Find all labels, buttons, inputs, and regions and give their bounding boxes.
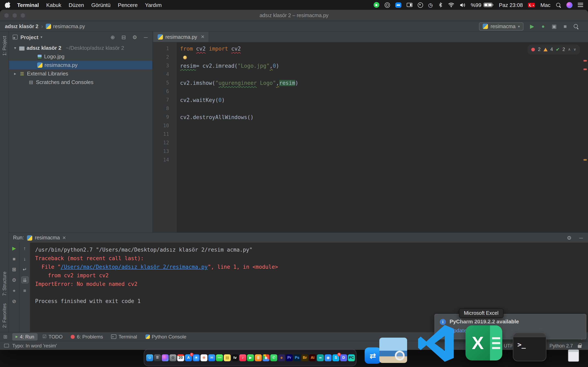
menubar-clock[interactable]: Paz 23:08 [499, 2, 523, 8]
premiere-icon[interactable]: Pr [286, 354, 293, 361]
code-line[interactable]: 10 [153, 122, 582, 130]
messages-icon[interactable]: ⋯ [216, 354, 223, 361]
menu-yardım[interactable]: Yardım [145, 2, 162, 8]
lock-icon[interactable] [578, 345, 581, 348]
active-app-name[interactable]: Terminal [17, 2, 39, 8]
whatsapp-icon[interactable]: ✆ [270, 354, 277, 361]
intention-bulb-icon[interactable] [183, 55, 187, 59]
zoom-window-button[interactable] [20, 13, 25, 18]
settings-icon[interactable]: ⚙ [10, 276, 18, 284]
hide-icon[interactable]: ─ [143, 34, 149, 40]
window-titlebar[interactable]: adsız klasör 2 – resimacma.py [0, 10, 588, 21]
window-split-menu-icon[interactable] [406, 3, 412, 7]
run-tab[interactable]: resimacma ✕ [27, 235, 66, 241]
tab-4-run[interactable]: 4: Run [12, 333, 38, 340]
code-line[interactable]: 7cv2.waitKey(0) [153, 96, 582, 104]
finder-icon[interactable]: ☺ [146, 354, 153, 361]
chat-menu-icon[interactable] [395, 2, 401, 8]
down-icon[interactable]: ↓ [21, 255, 28, 262]
editor-tab-resimacma[interactable]: resimacma.py ✕ [154, 32, 209, 42]
print-icon[interactable]: ≡ [21, 287, 28, 294]
breadcrumb-project[interactable]: adsız klasör 2 [5, 24, 38, 29]
code-line[interactable]: 2 [153, 53, 582, 62]
interpreter-indicator[interactable]: Python 2.7 [549, 343, 573, 349]
tab-terminal[interactable]: Terminal [108, 333, 140, 340]
settings-icon[interactable]: ⚙ [566, 235, 572, 240]
safari-icon[interactable]: ✦ [193, 354, 200, 361]
menu-görüntü[interactable]: Görüntü [91, 2, 111, 8]
tab-6-problems[interactable]: 6: Problems [68, 333, 106, 340]
code-line[interactable]: 4 [153, 70, 582, 79]
search-icon[interactable] [573, 24, 579, 29]
rerun-icon[interactable]: ▶ [10, 245, 18, 252]
system-preferences-icon[interactable]: ⚙ [169, 354, 176, 361]
facetime-icon[interactable]: ▶ [247, 354, 254, 361]
accessibility-menu-icon[interactable] [417, 2, 423, 8]
tool-stripe-7-structure[interactable]: 7: Structure [2, 272, 7, 296]
zoom-icon[interactable]: ◉ [325, 354, 332, 361]
skype-icon[interactable]: S5 [332, 354, 339, 361]
debug-icon[interactable]: ● [540, 24, 546, 29]
chevron-down-icon[interactable]: ∨ [573, 45, 576, 54]
appletv-icon[interactable]: tv [232, 354, 238, 361]
minimize-icon[interactable]: ─ [578, 235, 584, 240]
battery-indicator[interactable]: %99 [471, 2, 494, 8]
code-editor[interactable]: 2 4 ✔ 2 ∧ ∨ 1from cv2 import cv223resim=… [153, 42, 588, 233]
tree-item[interactable]: resimacma.py [9, 61, 152, 69]
time-machine-icon[interactable]: ◷ [428, 2, 433, 8]
bridge-icon[interactable]: Br [301, 354, 308, 361]
volume-icon[interactable] [460, 3, 466, 7]
pin-icon[interactable]: ⌖ [10, 287, 18, 294]
tree-item[interactable]: Logo.jpg [9, 52, 152, 61]
notes-icon[interactable]: ▤ [224, 354, 231, 361]
spotlight-search-icon[interactable] [556, 2, 561, 8]
stop-icon[interactable]: ■ [10, 255, 18, 262]
code-line[interactable]: 14 [153, 156, 582, 164]
record-menu-icon[interactable] [384, 2, 390, 8]
tool-stripe-2-favorites[interactable]: 2: Favorites [2, 303, 7, 328]
vscode-icon[interactable] [416, 325, 457, 362]
tab-todo[interactable]: TODO [39, 333, 66, 340]
code-line[interactable]: 5cv2.imshow("ugurengineer Logo",resim) [153, 79, 582, 87]
tree-item[interactable]: Scratches and Consoles [9, 78, 152, 86]
camera-menu-icon[interactable] [373, 2, 379, 8]
close-window-button[interactable] [4, 13, 9, 18]
chevron-down-icon[interactable]: ▾ [13, 46, 17, 50]
menu-pencere[interactable]: Pencere [118, 2, 138, 8]
siri-dock-icon[interactable] [162, 354, 169, 361]
softwrap-icon[interactable]: ↵ [21, 266, 28, 273]
close-run-tab-icon[interactable]: ✕ [62, 235, 66, 240]
chrome-icon[interactable]: ◉ [263, 354, 269, 361]
console-file-link[interactable]: /Users/mac/Desktop/adsız klasör 2/resima… [61, 264, 208, 270]
settings-icon[interactable]: ⚙ [132, 34, 138, 40]
siri-icon[interactable] [566, 2, 572, 8]
code-line[interactable]: 3resim= cv2.imread("Logo.jpg",0) [153, 62, 582, 70]
appstore-icon[interactable]: A1 [185, 354, 192, 361]
discord-icon[interactable]: D [340, 354, 347, 361]
teamviewer-icon[interactable]: ⇄ [365, 347, 381, 364]
collapse-all-icon[interactable]: ⊟ [121, 34, 127, 40]
books-icon[interactable]: ≣ [255, 354, 262, 361]
menu-kabuk[interactable]: Kabuk [46, 2, 61, 8]
minimize-window-button[interactable] [12, 13, 17, 18]
tab-python-console[interactable]: Python Console [142, 333, 190, 340]
locate-icon[interactable]: ⊕ [110, 34, 116, 40]
terminal-app-icon[interactable]: >_ [513, 333, 546, 361]
run-configuration-select[interactable]: resimacma ▾ [479, 22, 523, 30]
tree-item[interactable]: ▸External Libraries [9, 69, 152, 78]
restore-layout-icon[interactable]: ⊞ [10, 266, 18, 273]
run-icon[interactable]: ▶ [529, 24, 535, 29]
coverage-icon[interactable]: ▣ [551, 24, 557, 29]
chevron-up-icon[interactable]: ∧ [568, 45, 571, 54]
close-tab-icon[interactable]: ✕ [201, 34, 205, 40]
up-icon[interactable]: ↑ [21, 245, 28, 252]
code-line[interactable]: 11 [153, 130, 582, 139]
photos-icon[interactable]: ❀ [200, 354, 208, 361]
chevron-right-icon[interactable]: ▸ [13, 71, 17, 76]
eclipse-icon[interactable]: e [278, 354, 285, 361]
tool-windows-icon[interactable]: ⊞ [3, 334, 7, 340]
inspection-widget[interactable]: 2 4 ✔ 2 ∧ ∨ [528, 44, 580, 55]
excel-icon[interactable]: X [466, 325, 502, 360]
illustrator-icon[interactable]: Ai [309, 354, 316, 361]
update-notification[interactable]: i PyCharm 2019.2.2 available Update... [434, 314, 586, 339]
